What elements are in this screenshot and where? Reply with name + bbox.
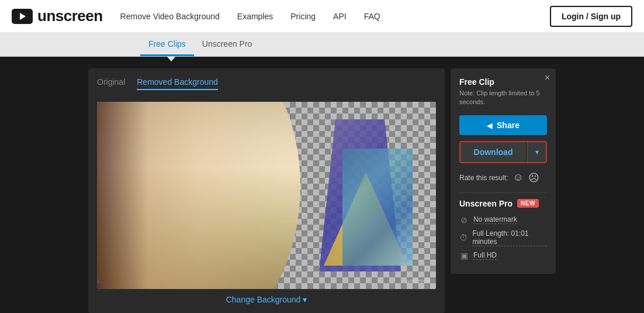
divider xyxy=(459,192,547,193)
tab-original[interactable]: Original xyxy=(97,77,125,90)
rate-label: Rate this result: xyxy=(459,174,508,182)
logo-text: unscreen xyxy=(37,7,103,25)
pro-feature-full-length: ⏱ Full Length: 01:01 minutes xyxy=(459,229,547,246)
pro-feature-full-hd: ▣ Full HD xyxy=(459,251,547,260)
full-hd-label: Full HD xyxy=(473,251,497,260)
logo-area: unscreen xyxy=(12,7,103,25)
share-label: Share xyxy=(497,121,520,130)
main-nav: Remove Video Background Examples Pricing… xyxy=(120,6,632,27)
happy-icon[interactable]: ☺ xyxy=(513,171,523,184)
sub-nav-unscreen-pro[interactable]: Unscreen Pro xyxy=(194,33,261,56)
video-tabs: Original Removed Background xyxy=(97,77,436,95)
side-panel: × Free Clip Note: Clip length limited to… xyxy=(451,68,556,274)
rate-row: Rate this result: ☺ ☹ xyxy=(459,171,547,184)
tab-removed-background[interactable]: Removed Background xyxy=(137,77,218,90)
video-card: Original Removed Background unscreen Cha… xyxy=(88,68,445,313)
change-background-button[interactable]: Change Background ▾ xyxy=(97,295,436,304)
nav-faq[interactable]: FAQ xyxy=(364,12,380,21)
close-button[interactable]: × xyxy=(545,73,550,82)
video-preview: unscreen xyxy=(97,102,436,289)
login-button[interactable]: Login / Sign up xyxy=(550,6,632,27)
download-dropdown-button[interactable]: ▾ xyxy=(527,142,546,162)
hd-icon: ▣ xyxy=(459,251,469,260)
download-row: Download ▾ xyxy=(459,141,547,163)
content-wrapper: Original Removed Background unscreen Cha… xyxy=(88,68,556,313)
nav-api[interactable]: API xyxy=(333,12,347,21)
header: unscreen Remove Video Background Example… xyxy=(0,0,644,32)
sub-nav-arrow xyxy=(167,57,175,61)
panel-title: Free Clip xyxy=(459,77,547,87)
fan-blue xyxy=(342,149,413,266)
share-icon xyxy=(487,121,492,130)
new-badge: NEW xyxy=(517,199,539,208)
share-button[interactable]: Share xyxy=(459,115,547,135)
no-watermark-label: No watermark xyxy=(473,215,517,224)
logo-icon xyxy=(12,9,33,24)
sub-nav: Free Clips Unscreen Pro xyxy=(0,32,644,57)
download-button[interactable]: Download xyxy=(461,142,526,162)
pro-feature-no-watermark: ⊘ No watermark xyxy=(459,215,547,225)
nav-remove-video-background[interactable]: Remove Video Background xyxy=(120,12,220,21)
nav-pricing[interactable]: Pricing xyxy=(290,12,316,21)
pro-label: Unscreen Pro xyxy=(459,199,513,208)
clock-icon: ⏱ xyxy=(459,233,468,242)
pro-title-row: Unscreen Pro NEW xyxy=(459,199,547,208)
watermark: unscreen xyxy=(406,278,430,284)
no-watermark-icon: ⊘ xyxy=(459,215,469,225)
sub-nav-free-clips[interactable]: Free Clips xyxy=(140,33,194,56)
nav-examples[interactable]: Examples xyxy=(237,12,273,21)
main-content: Original Removed Background unscreen Cha… xyxy=(0,57,644,313)
full-length-label: Full Length: 01:01 minutes xyxy=(472,229,547,246)
panel-note: Note: Clip length limited to 5 seconds. xyxy=(459,89,547,107)
sad-icon[interactable]: ☹ xyxy=(528,171,539,184)
